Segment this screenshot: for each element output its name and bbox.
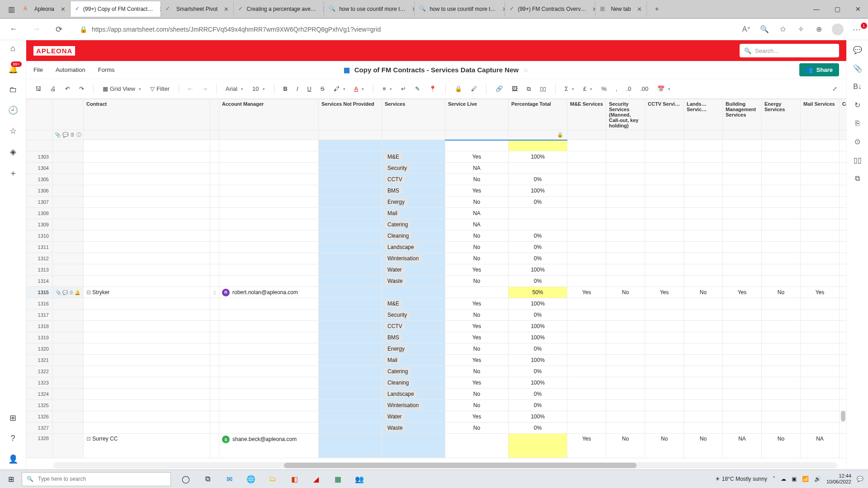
col-services[interactable]: Services xyxy=(382,99,445,130)
back-button[interactable]: ← xyxy=(6,22,21,37)
undo-icon[interactable]: ↶ xyxy=(62,84,73,94)
workapps-icon[interactable]: ◈ xyxy=(10,147,16,157)
col-service-live[interactable]: Service Live xyxy=(445,99,509,130)
profile-avatar[interactable] xyxy=(832,23,844,35)
highlight-icon[interactable]: 🖊 xyxy=(468,84,480,94)
browser-tab[interactable]: ✓Smartsheet Pivot✕ xyxy=(161,1,234,17)
indent-icon[interactable]: ⇥ xyxy=(199,84,210,94)
currency-icon[interactable]: £ xyxy=(580,84,595,94)
col-catering-services[interactable]: Cater Servi xyxy=(840,99,847,130)
window-maximize-button[interactable]: ▢ xyxy=(827,1,847,17)
weather-widget[interactable]: ☀ 18°C Mostly sunny xyxy=(715,476,767,482)
publish-icon[interactable]: ⎘ xyxy=(855,119,860,127)
table-row[interactable]: 1315📎 💬 🗓 🔔⊟ Stryker▯Rrobert.nolan@apleo… xyxy=(27,287,847,298)
table-row[interactable]: 1307EnergyNo0% xyxy=(27,197,847,208)
volume-icon[interactable]: 🔊 xyxy=(814,476,821,482)
office-icon[interactable]: ◧ xyxy=(284,470,305,488)
date-format-icon[interactable]: 📅 xyxy=(655,84,673,94)
browser-tab[interactable]: 🔍how to use countif more t…✕ xyxy=(415,1,505,17)
new-tab-button[interactable]: ＋ xyxy=(647,1,667,17)
save-icon[interactable]: 🖫 xyxy=(33,84,44,94)
font-size-picker[interactable]: 10 xyxy=(250,84,267,94)
col-energy-services[interactable]: Energy Services xyxy=(762,99,801,130)
url-field[interactable]: 🔒 https://app.smartsheet.com/sheets/JmRR… xyxy=(74,26,733,33)
excel-icon[interactable]: ▦ xyxy=(327,470,348,488)
close-tab-icon[interactable]: ✕ xyxy=(58,6,66,13)
table-row[interactable]: 1308MailNA xyxy=(27,208,847,219)
table-row[interactable]: 1328⊟ Surrey CCSshane.beck@apleona.comYe… xyxy=(27,434,847,458)
col-account[interactable]: Account Manager xyxy=(219,99,319,130)
collections-icon[interactable]: ⊕ xyxy=(814,24,824,34)
browser-tab[interactable]: 🔍how to use countif more t…✕ xyxy=(324,1,415,17)
table-row[interactable]: 1321MailYes100% xyxy=(27,355,847,366)
link-icon[interactable]: 🔗 xyxy=(493,84,505,94)
teams-icon[interactable]: 👥 xyxy=(349,470,370,488)
table-row[interactable]: 1305CCTVNo0% xyxy=(27,174,847,185)
col-security-services[interactable]: Security Services (Manned, Call-out, key… xyxy=(606,99,645,130)
attachments-icon[interactable]: 📎 xyxy=(853,64,862,73)
table-row[interactable]: 1327WasteNo0% xyxy=(27,422,847,434)
col-mail-services[interactable]: Mail Services xyxy=(801,99,840,130)
close-tab-icon[interactable]: ✕ xyxy=(590,6,595,13)
browser-tab[interactable]: AApleona✕ xyxy=(19,1,71,17)
browser-tab[interactable]: ✓(99+) Copy of FM Contract…✕ xyxy=(71,1,161,17)
print-icon[interactable]: 🖨 xyxy=(47,84,59,94)
battery-icon[interactable]: ▣ xyxy=(792,476,797,482)
favorites-bar-icon[interactable]: ✧ xyxy=(796,24,806,34)
browse-icon[interactable]: 🗀 xyxy=(9,85,17,94)
favorite-star-icon[interactable]: ☆ xyxy=(523,66,529,74)
table-row[interactable]: 1325WinterisationNo0% xyxy=(27,400,847,411)
thousands-icon[interactable]: , xyxy=(613,84,620,94)
proof-icon[interactable]: B↓ xyxy=(853,83,862,91)
table-row[interactable]: 1309CateringNA xyxy=(27,219,847,230)
create-new-icon[interactable]: ＋ xyxy=(9,168,17,178)
read-aloud-icon[interactable]: A⁺ xyxy=(741,24,751,34)
brandfolder-icon[interactable]: ⧉ xyxy=(855,174,860,183)
col-landscape-services[interactable]: Lands… Servic… xyxy=(684,99,723,130)
taskbar-clock[interactable]: 12:4410/06/2022 xyxy=(826,473,851,485)
vertical-scrollbar-thumb[interactable] xyxy=(841,411,845,422)
outlook-icon[interactable]: ✉ xyxy=(219,470,240,488)
fill-color-icon[interactable]: 🖍 xyxy=(331,84,348,94)
increase-decimal-icon[interactable]: .00 xyxy=(637,84,651,94)
conversations-icon[interactable]: 💬 xyxy=(853,46,862,54)
refresh-button[interactable]: ⟳ xyxy=(52,22,66,37)
help-icon[interactable]: ? xyxy=(10,434,15,443)
table-row[interactable]: 1319BMSYes100% xyxy=(27,332,847,343)
table-row[interactable]: 1322CateringNo0% xyxy=(27,366,847,377)
update-requests-icon[interactable]: ↻ xyxy=(854,101,860,109)
recents-icon[interactable]: 🕘 xyxy=(8,105,18,115)
table-row[interactable]: 1310CleaningNo0% xyxy=(27,230,847,242)
acrobat-icon[interactable]: ◢ xyxy=(306,470,326,488)
onedrive-icon[interactable]: ☁ xyxy=(781,476,786,482)
col-bms-services[interactable]: Building Management Services xyxy=(723,99,762,130)
close-tab-icon[interactable]: ✕ xyxy=(500,6,505,13)
site-info-icon[interactable]: 🔒 xyxy=(80,26,87,33)
close-tab-icon[interactable]: ✕ xyxy=(156,6,161,13)
taskbar-search-input[interactable]: 🔍 Type here to search xyxy=(22,472,171,486)
font-picker[interactable]: Arial xyxy=(223,84,246,94)
favorites-rail-icon[interactable]: ☆ xyxy=(9,126,17,136)
table-row[interactable] xyxy=(27,140,847,151)
table-row[interactable]: 1312WinterisationNo0% xyxy=(27,253,847,264)
explorer-icon[interactable]: 🗂 xyxy=(262,470,283,488)
menu-forms[interactable]: Forms xyxy=(98,66,115,73)
activity-log-icon[interactable]: ⊙ xyxy=(854,137,860,146)
task-view-icon[interactable]: ◯ xyxy=(175,470,196,488)
close-tab-icon[interactable]: ✕ xyxy=(634,6,642,13)
close-tab-icon[interactable]: ✕ xyxy=(320,6,325,13)
wrap-icon[interactable]: ↵ xyxy=(398,84,409,94)
browser-tab[interactable]: ▦New tab✕ xyxy=(595,1,647,17)
symbols-icon[interactable]: ⧉ xyxy=(524,84,533,94)
expand-icon[interactable]: ⤢ xyxy=(830,84,840,94)
table-row[interactable]: 1311LandscapeNo0% xyxy=(27,242,847,253)
table-row[interactable]: 1317SecurityNo0% xyxy=(27,310,847,321)
share-button[interactable]: 👥 Share xyxy=(799,63,839,76)
table-row[interactable]: 1323CleaningYes100% xyxy=(27,377,847,389)
clear-format-icon[interactable]: ✎ xyxy=(412,84,423,94)
edge-icon[interactable]: 🌐 xyxy=(241,470,261,488)
home-icon[interactable]: ⌂ xyxy=(10,44,15,53)
text-color-icon[interactable]: A xyxy=(352,84,367,94)
table-row[interactable]: 1316M&EYes100% xyxy=(27,298,847,310)
percent-icon[interactable]: % xyxy=(599,84,609,94)
